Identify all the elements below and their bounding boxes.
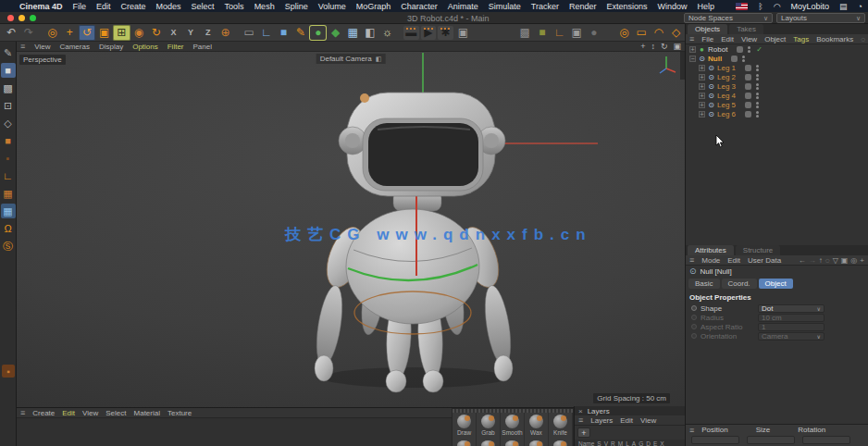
maximize-window-button[interactable] <box>30 15 36 21</box>
move-tool[interactable]: + <box>61 25 79 41</box>
model-object-mode[interactable]: ▪ <box>1 151 16 166</box>
viewport-menu-item[interactable]: Cameras <box>59 43 89 51</box>
menubar-item[interactable]: Mesh <box>254 2 275 11</box>
layer-chip[interactable] <box>745 93 751 99</box>
toolbar-button[interactable] <box>510 25 516 41</box>
position-input[interactable] <box>691 436 739 444</box>
attributes-subtab[interactable]: Basic <box>688 279 720 289</box>
live-selection-button[interactable]: ◎ <box>615 25 633 41</box>
visibility-dots[interactable] <box>756 83 759 90</box>
menubar-item[interactable]: Window <box>658 2 688 11</box>
panel-tab[interactable]: Takes <box>729 24 763 34</box>
lock-y-axis[interactable]: Y <box>182 25 200 41</box>
panel-tab[interactable]: Attributes <box>688 245 734 255</box>
close-icon[interactable]: × <box>578 407 583 415</box>
lock-z-axis[interactable]: Z <box>199 25 217 41</box>
menubar-item[interactable]: Tools <box>225 2 244 11</box>
back-icon[interactable]: ← <box>799 256 806 265</box>
camera-button[interactable]: ◧ <box>362 25 379 41</box>
visibility-dots[interactable] <box>742 56 745 62</box>
menubar-item[interactable]: Spline <box>285 2 308 11</box>
sculpt-brush-button[interactable] <box>453 439 477 446</box>
toolbar-button[interactable] <box>234 25 241 41</box>
light-button[interactable]: ☼ <box>378 25 396 41</box>
dock-bottom-icon[interactable]: ▪ <box>2 365 15 378</box>
expand-toggle[interactable]: + <box>699 65 705 71</box>
rotate-tool[interactable]: ↺ <box>79 25 96 41</box>
menubar-item[interactable]: Edit <box>96 2 111 11</box>
enable-axis-mode[interactable]: ∟ <box>1 168 16 183</box>
rotate-band-tool[interactable]: ↻ <box>147 25 165 41</box>
object-manager-menu-item[interactable]: Bookmarks <box>816 35 853 43</box>
tree-item-leg-3[interactable]: + ⊙ Leg 3 <box>686 81 868 91</box>
texture-axis-mode[interactable]: ▦ <box>1 186 16 201</box>
lock-icon[interactable]: ▣ <box>841 256 849 265</box>
menubar-item[interactable]: Volume <box>318 2 346 11</box>
toolbar-button[interactable] <box>497 25 503 41</box>
olive-material-icon[interactable]: ■ <box>534 25 552 41</box>
material-menu-item[interactable]: Edit <box>62 409 75 417</box>
viewport-menu-item[interactable]: Options <box>132 43 158 51</box>
toolbar-button[interactable] <box>503 25 510 41</box>
layouts-select[interactable]: Layouts ∨ <box>776 13 865 23</box>
expand-toggle[interactable]: + <box>699 111 705 118</box>
axis-modification-tool[interactable]: ⊞ <box>113 25 130 41</box>
sculpt-brush-button[interactable]: Wax <box>525 413 549 439</box>
settings-icon[interactable]: ◎ <box>850 256 857 265</box>
layer-chip[interactable] <box>745 111 751 118</box>
panel-menu-icon[interactable]: ≡ <box>689 34 694 43</box>
panel-menu-icon[interactable]: ≡ <box>689 255 694 265</box>
layer-chip[interactable] <box>731 56 738 62</box>
viewport-menu-item[interactable]: Panel <box>193 43 212 51</box>
property-value[interactable]: Camera ∨ <box>758 332 825 341</box>
sculpt-brush-button[interactable]: Grab <box>477 413 501 439</box>
tree-item-leg-6[interactable]: + ⊙ Leg 6 <box>686 109 868 118</box>
workplane-icon[interactable]: ▣ <box>568 25 586 41</box>
lasso-selection-button[interactable]: ◠ <box>650 25 667 41</box>
deformer-button[interactable]: ◆ <box>327 25 344 41</box>
edges-mode[interactable]: ◇ <box>1 116 16 130</box>
wifi-icon[interactable]: ◠ <box>774 2 781 11</box>
menubar-item[interactable]: Create <box>121 2 146 11</box>
add-cube-button[interactable]: ■ <box>275 25 292 41</box>
layer-chip[interactable] <box>745 65 751 71</box>
visibility-dots[interactable] <box>756 93 759 99</box>
attributes-subtab[interactable]: Object <box>759 279 793 289</box>
rotate-view-icon[interactable]: ↻ <box>661 42 668 51</box>
viewport-canvas[interactable]: Perspective Default Camera ◧ 技艺CG www.qd… <box>17 52 685 407</box>
render-view-button[interactable]: ▬ <box>403 26 419 40</box>
rotation-input[interactable] <box>802 436 850 444</box>
up-icon[interactable]: ↑ <box>819 256 823 265</box>
add-icon[interactable]: + <box>860 256 864 265</box>
texture-mode[interactable]: ▩ <box>1 81 16 95</box>
rectangle-selection-button[interactable]: ▭ <box>633 25 651 41</box>
sculpt-brush-button[interactable] <box>477 439 501 446</box>
simulation-tool[interactable]: ◉ <box>130 25 148 41</box>
viewport-menu-item[interactable]: View <box>34 43 50 51</box>
coordinates-icon[interactable]: ∟ <box>257 25 275 41</box>
keyframe-bullet[interactable] <box>691 305 697 311</box>
layer-chip[interactable] <box>745 102 751 108</box>
undo-button[interactable]: ↶ <box>3 25 20 41</box>
toolbar-button[interactable] <box>396 25 403 41</box>
size-input[interactable] <box>747 436 795 444</box>
material-menu-item[interactable]: View <box>82 409 98 417</box>
visibility-dots[interactable] <box>756 111 759 118</box>
object-manager-menu-item[interactable]: Edit <box>721 35 734 43</box>
layers-menu-item[interactable]: Layers <box>590 416 613 425</box>
attributes-menu-item[interactable]: Edit <box>727 256 740 265</box>
object-manager-menu-item[interactable]: File <box>701 35 713 43</box>
spline-pen-button[interactable]: ✎ <box>292 25 310 41</box>
visibility-dots[interactable] <box>756 102 759 108</box>
add-layer-button[interactable]: + <box>577 427 590 438</box>
viewport-menu-item[interactable]: Display <box>99 43 123 51</box>
layer-chip[interactable] <box>745 74 751 81</box>
tree-item-robot[interactable]: + ● Robot ✓ <box>686 44 868 54</box>
sculpt-brush-button[interactable] <box>525 439 549 446</box>
menubar-item[interactable]: Character <box>401 2 438 11</box>
sculpt-brush-button[interactable] <box>501 439 525 446</box>
snap-icon[interactable]: ● <box>586 25 603 41</box>
search-icon[interactable]: ◌ <box>825 256 830 265</box>
toolbar-button[interactable] <box>609 25 615 41</box>
tree-item-leg-1[interactable]: + ⊙ Leg 1 <box>686 63 868 72</box>
